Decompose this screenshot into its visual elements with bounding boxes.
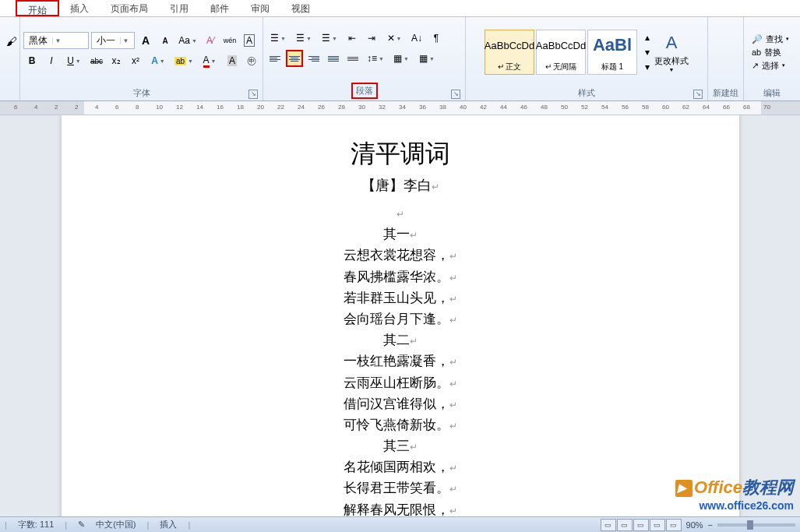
- font-color-button[interactable]: A▼: [198, 52, 221, 69]
- replace-button[interactable]: ab替换: [752, 47, 792, 58]
- line-spacing-button[interactable]: ↕≡▼: [364, 50, 387, 67]
- find-button[interactable]: 🔎查找▾: [752, 33, 792, 45]
- align-left-button[interactable]: [266, 50, 284, 67]
- clear-format-button[interactable]: A⁄: [202, 32, 219, 49]
- horizontal-ruler[interactable]: 6422468101214161820222426283032343638404…: [0, 101, 800, 115]
- gallery-more-button[interactable]: ▾: [639, 59, 656, 74]
- document-line[interactable]: 长得君王带笑看。↵: [139, 477, 661, 499]
- font-family-value: 黑体: [24, 34, 52, 48]
- style-item-nospacing[interactable]: AaBbCcDd ↵ 无间隔: [536, 30, 586, 75]
- strike-icon: abc: [90, 57, 103, 65]
- char-shading-button[interactable]: A: [224, 52, 241, 69]
- document-line[interactable]: 会向瑶台月下逢。↵: [139, 308, 661, 329]
- distributed-button[interactable]: [344, 50, 361, 67]
- page[interactable]: 清平调词 【唐】李白↵ ↵ 其一↵云想衣裳花想容，↵春风拂槛露华浓。↵若非群玉山…: [62, 115, 739, 516]
- style-preview: AaBl: [593, 30, 632, 60]
- align-right-button[interactable]: [305, 50, 322, 67]
- wordcount[interactable]: 字数: 111: [18, 519, 54, 530]
- document-line[interactable]: 借问汉宫谁得似，↵: [139, 393, 661, 414]
- shading-button[interactable]: ▦▼: [389, 50, 413, 67]
- document-line[interactable]: 名花倾国两相欢，↵: [139, 456, 661, 477]
- view-draft-button[interactable]: ▭: [666, 519, 682, 531]
- highlight-button[interactable]: ab▼: [172, 52, 196, 69]
- view-print-button[interactable]: ▭: [601, 519, 616, 531]
- font-group-label: 字体↘: [23, 86, 259, 100]
- tab-mailings[interactable]: 邮件: [199, 0, 240, 16]
- section-heading[interactable]: 其二↵: [139, 329, 661, 351]
- style-name: 标题 1: [600, 60, 625, 74]
- document-author[interactable]: 【唐】李白↵: [139, 176, 661, 195]
- align-center-button[interactable]: [286, 50, 303, 67]
- style-preview: AaBbCcDd: [485, 30, 534, 60]
- document-line[interactable]: 解释春风无限恨，↵: [139, 499, 661, 516]
- tab-view[interactable]: 视图: [280, 0, 321, 16]
- subscript-button[interactable]: x₂: [107, 52, 125, 69]
- gallery-down-button[interactable]: ▾: [639, 44, 656, 59]
- show-marks-button[interactable]: ¶: [428, 30, 445, 47]
- watermark-logo: ▶Office教程网: [675, 476, 794, 499]
- document-line[interactable]: ↵: [139, 203, 661, 224]
- section-heading[interactable]: 其一↵: [139, 224, 661, 245]
- grow-font-button[interactable]: A: [137, 32, 154, 49]
- slider-thumb[interactable]: [747, 520, 753, 530]
- strike-button[interactable]: abc: [88, 52, 105, 69]
- bullets-button[interactable]: ☰▼: [266, 30, 290, 47]
- shrink-font-button[interactable]: A: [157, 32, 174, 49]
- font-dialog-launcher[interactable]: ↘: [248, 90, 258, 99]
- borders-button[interactable]: ▦▼: [415, 50, 439, 67]
- document-line[interactable]: 云想衣裳花想容，↵: [139, 245, 661, 266]
- styles-dialog-launcher[interactable]: ↘: [693, 90, 703, 99]
- zoom-slider[interactable]: [717, 523, 795, 527]
- document-line[interactable]: 云雨巫山枉断肠。↵: [139, 372, 661, 393]
- view-outline-button[interactable]: ▭: [650, 519, 665, 531]
- text-effect-button[interactable]: A▼: [146, 52, 170, 69]
- sort-button[interactable]: A↓: [408, 30, 425, 47]
- select-button[interactable]: ↗选择▾: [752, 60, 792, 72]
- style-item-body[interactable]: AaBbCcDd ↵ 正文: [485, 30, 534, 75]
- char-border-button[interactable]: A: [241, 32, 258, 49]
- document-line[interactable]: 一枝红艳露凝香，↵: [139, 351, 661, 372]
- bold-button[interactable]: B: [23, 52, 41, 69]
- zoom-out-button[interactable]: −: [708, 520, 713, 530]
- numbering-button[interactable]: ☰▼: [292, 30, 315, 47]
- document-title[interactable]: 清平调词: [139, 137, 661, 171]
- font-family-combo[interactable]: 黑体 ▼: [23, 32, 89, 49]
- spellcheck-icon[interactable]: ✎: [78, 520, 85, 530]
- style-gallery[interactable]: AaBbCcDd ↵ 正文 AaBbCcDd ↵ 无间隔 AaBl 标题 1 ▴…: [485, 30, 650, 75]
- multilevel-button[interactable]: ☰▼: [318, 30, 341, 47]
- superscript-button[interactable]: x²: [127, 52, 144, 69]
- view-fullscreen-button[interactable]: ▭: [617, 519, 633, 531]
- decrease-indent-button[interactable]: ⇤: [344, 30, 361, 47]
- phonetic-guide-button[interactable]: wén: [221, 32, 238, 49]
- enclose-char-button[interactable]: ㊥: [243, 52, 260, 69]
- cjk-layout-button[interactable]: ✕▼: [382, 30, 406, 47]
- font-size-combo[interactable]: 小一 ▼: [91, 32, 135, 49]
- insert-mode[interactable]: 插入: [160, 519, 177, 530]
- format-painter-button[interactable]: 🖌: [3, 33, 20, 50]
- view-web-button[interactable]: ▭: [633, 519, 649, 531]
- zoom-level[interactable]: 90%: [686, 520, 703, 530]
- document-line[interactable]: 可怜飞燕倚新妆。↵: [139, 414, 661, 435]
- document-line[interactable]: 春风拂槛露华浓。↵: [139, 266, 661, 287]
- gallery-up-button[interactable]: ▴: [639, 30, 656, 44]
- language-status[interactable]: 中文(中国): [96, 519, 136, 530]
- tab-pagelayout[interactable]: 页面布局: [100, 0, 159, 16]
- texteffect-icon: A: [151, 55, 158, 66]
- document-area[interactable]: 清平调词 【唐】李白↵ ↵ 其一↵云想衣裳花想容，↵春风拂槛露华浓。↵若非群玉山…: [0, 115, 800, 516]
- change-styles-button[interactable]: A 更改样式 ▼: [654, 26, 689, 79]
- increase-indent-button[interactable]: ⇥: [363, 30, 380, 47]
- document-line[interactable]: 若非群玉山头见，↵: [139, 287, 661, 308]
- style-item-heading1[interactable]: AaBl 标题 1: [587, 30, 637, 75]
- status-bar: | 字数: 111 | ✎ 中文(中国) | 插入 | ▭ ▭ ▭ ▭ ▭ 90…: [0, 516, 800, 532]
- phonetic-icon: wén: [224, 37, 237, 44]
- tab-insert[interactable]: 插入: [59, 0, 100, 16]
- paragraph-dialog-launcher[interactable]: ↘: [451, 90, 460, 99]
- tab-home[interactable]: 开始: [16, 0, 59, 16]
- justify-button[interactable]: [325, 50, 342, 67]
- section-heading[interactable]: 其三↵: [139, 435, 661, 456]
- underline-button[interactable]: U▼: [62, 52, 86, 69]
- tab-references[interactable]: 引用: [159, 0, 199, 16]
- tab-review[interactable]: 审阅: [240, 0, 280, 16]
- change-case-button[interactable]: Aa▼: [176, 32, 199, 49]
- italic-button[interactable]: I: [43, 52, 60, 69]
